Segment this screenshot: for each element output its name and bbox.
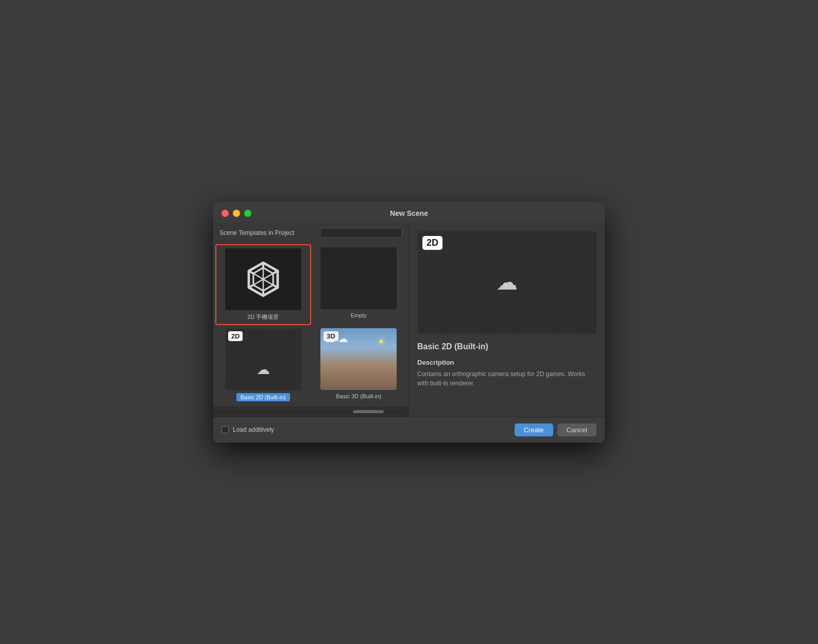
- load-additively-label: Load additively: [233, 426, 274, 433]
- templates-grid: 2D 手機場景 Empty 2D ☁ Basic 2D (Built-in): [213, 242, 408, 406]
- create-button[interactable]: Create: [515, 423, 553, 436]
- template-thumbnail-basic-2d: 2D ☁: [225, 328, 301, 390]
- preview-cloud-icon: ☁: [496, 269, 518, 295]
- right-panel: 2D ☁ Basic 2D (Built-in) Description Con…: [409, 223, 605, 417]
- sun-icon: ☀: [376, 335, 386, 349]
- new-scene-dialog: New Scene Scene Templates in Project ⌕: [213, 202, 605, 443]
- section-title: Scene Templates in Project: [219, 229, 294, 236]
- search-input[interactable]: [320, 228, 402, 238]
- scrollbar-area: [213, 406, 408, 417]
- bottom-buttons: Create Cancel: [515, 423, 597, 436]
- template-label-basic-2d: Basic 2D (Built-in): [236, 393, 290, 401]
- bottom-bar: Load additively Create Cancel: [213, 417, 605, 443]
- scrollbar-thumb[interactable]: [353, 410, 384, 413]
- template-label-custom-2d: 2D 手機場景: [247, 313, 279, 321]
- unity-logo-icon: [243, 259, 284, 300]
- template-label-empty: Empty: [351, 312, 367, 318]
- left-panel: Scene Templates in Project ⌕: [213, 223, 409, 417]
- template-item-custom-2d[interactable]: 2D 手機場景: [215, 244, 311, 325]
- cloud-icon-2d: ☁: [257, 362, 270, 378]
- description-text: Contains an orthographic camera setup fo…: [417, 369, 597, 388]
- load-additively-checkbox[interactable]: [221, 426, 229, 433]
- close-button[interactable]: [221, 210, 229, 217]
- load-additively-container: Load additively: [221, 426, 274, 433]
- dialog-title: New Scene: [390, 209, 428, 217]
- scrollbar-track[interactable]: [217, 410, 404, 413]
- template-thumbnail-empty: [320, 247, 397, 309]
- cloud-3d-icon: ☁ ☁: [325, 332, 348, 345]
- badge-2d-icon: 2D: [228, 331, 243, 341]
- template-item-basic-3d[interactable]: 3D ☁ ☁ ☀ Basic 3D (Built-in): [311, 325, 407, 404]
- preview-2d-badge: 2D: [422, 236, 442, 250]
- search-wrapper: ⌕: [320, 228, 402, 238]
- template-thumbnail-basic-3d: 3D ☁ ☁ ☀: [320, 328, 397, 390]
- preview-area: 2D ☁: [417, 231, 597, 334]
- template-thumbnail-custom-2d: [225, 248, 301, 310]
- template-item-empty[interactable]: Empty: [311, 244, 407, 325]
- cancel-button[interactable]: Cancel: [557, 423, 597, 436]
- selected-template-name: Basic 2D (Built-in): [417, 342, 597, 351]
- left-header: Scene Templates in Project ⌕: [213, 223, 408, 242]
- dialog-body: Scene Templates in Project ⌕: [213, 223, 605, 417]
- template-label-basic-3d: Basic 3D (Built-in): [336, 393, 381, 399]
- maximize-button[interactable]: [244, 210, 251, 217]
- title-bar: New Scene: [213, 202, 605, 223]
- description-label: Description: [417, 359, 597, 366]
- window-controls: [221, 210, 251, 217]
- minimize-button[interactable]: [233, 210, 240, 217]
- template-item-basic-2d[interactable]: 2D ☁ Basic 2D (Built-in): [215, 325, 311, 404]
